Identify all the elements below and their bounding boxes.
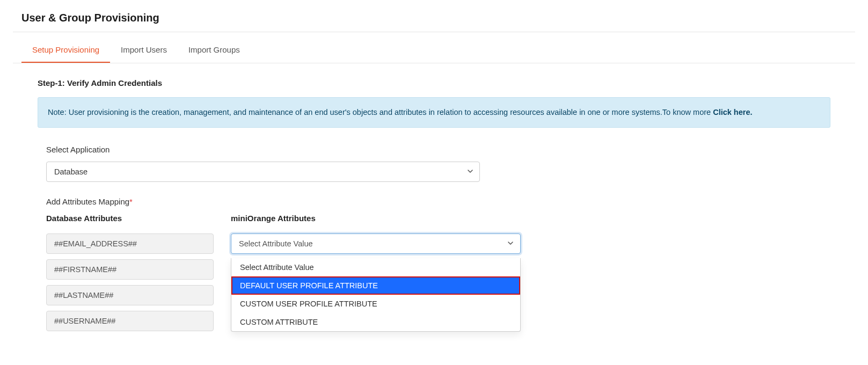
select-application-value: Database [54,167,87,176]
tabs: Setup Provisioning Import Users Import G… [13,36,855,63]
db-attribute-input[interactable] [46,311,214,331]
required-asterisk: * [129,197,133,206]
attribute-value-placeholder: Select Attribute Value [239,239,313,248]
db-attribute-input[interactable] [46,259,214,280]
add-attributes-label: Add Attributes Mapping* [46,197,830,206]
database-attributes-header: Database Attributes [46,214,214,223]
info-note: Note: User provisioning is the creation,… [38,97,830,128]
tab-setup-provisioning[interactable]: Setup Provisioning [21,36,110,63]
select-application-dropdown[interactable]: Database [46,162,480,182]
attribute-value-dropdown: Select Attribute Value DEFAULT USER PROF… [231,258,521,332]
add-attributes-label-text: Add Attributes Mapping [46,197,129,206]
miniorange-attributes-header: miniOrange Attributes [231,214,521,223]
tab-import-users[interactable]: Import Users [110,36,178,63]
dropdown-option-custom-user-profile[interactable]: CUSTOM USER PROFILE ATTRIBUTE [231,295,520,313]
step-heading: Step-1: Verify Admin Credentials [38,78,830,87]
select-application-label: Select Application [46,145,830,154]
page-title: User & Group Provisioning [13,0,855,32]
tab-import-groups[interactable]: Import Groups [178,36,251,63]
info-note-text: Note: User provisioning is the creation,… [48,108,713,116]
dropdown-option-custom-attribute[interactable]: CUSTOM ATTRIBUTE [231,313,520,331]
chevron-down-icon [507,239,514,248]
dropdown-option[interactable]: Select Attribute Value [231,258,520,276]
db-attribute-input[interactable] [46,233,214,254]
db-attribute-input[interactable] [46,285,214,305]
attributes-mapping-grid: Database Attributes miniOrange Attribute… [46,214,830,337]
dropdown-option-default-user-profile[interactable]: DEFAULT USER PROFILE ATTRIBUTE [231,276,520,295]
attribute-value-select[interactable]: Select Attribute Value [231,233,521,254]
content-area: Step-1: Verify Admin Credentials Note: U… [13,63,855,352]
info-note-link[interactable]: Click here. [713,108,752,116]
